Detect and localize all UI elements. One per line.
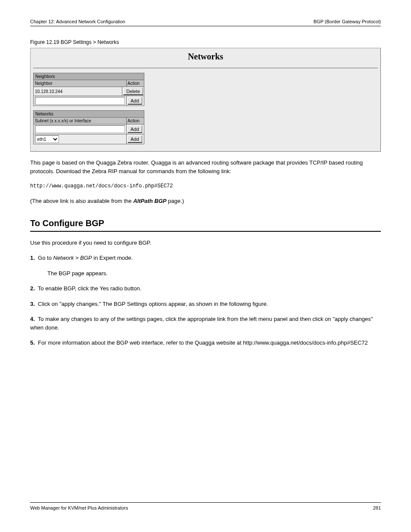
interface-add-button[interactable]: Add [128, 135, 142, 143]
subnote-bold: AltPath BGP [133, 198, 166, 204]
neighbors-col-right: Action [127, 80, 144, 87]
step-1: 1. Go to Network > BGP in Expert mode. [30, 254, 381, 262]
neighbor-input[interactable] [35, 97, 125, 105]
paragraph-subnote: (The above link is also available from t… [30, 197, 381, 205]
neighbor-value: 10.128.10.244 [34, 87, 122, 96]
step-4: 4. To make any changes to any of the set… [30, 315, 381, 332]
step-5-num: 5. [30, 339, 35, 346]
step-4-num: 4. [30, 316, 35, 322]
footer-left: Web Manager for KVM/net Plus Administrat… [30, 505, 128, 510]
section-label: BGP (Border Gateway Protocol) [314, 19, 381, 24]
step-4-text: To make any changes to any of the settin… [30, 316, 373, 331]
networks-panel: Networks Subnet (x.x.x.x/x) or Interface… [33, 110, 144, 144]
neighbors-panel: Neighbors Neighbor Action 10.128.10.244 … [33, 73, 144, 106]
networks-col-left: Subnet (x.x.x.x/x) or Interface [34, 118, 127, 124]
step-3-num: 3. [30, 301, 35, 307]
footer-page: 281 [373, 505, 381, 510]
step-1-c: in Expert mode. [92, 255, 133, 261]
neighbors-col-left: Neighbor [34, 80, 127, 87]
step-2-num: 2. [30, 285, 35, 292]
step-1-cont: The BGP page appears. [47, 269, 381, 278]
screenshot-divider [33, 68, 378, 68]
networks-col-right: Action [127, 118, 144, 124]
step-2: 2. To enable BGP, click the Yes radio bu… [30, 284, 381, 293]
figure-label: Figure 12.19 BGP Settings > Networks [30, 39, 381, 45]
screenshot-title: Networks [188, 52, 223, 61]
chapter-label: Chapter 12: Advanced Network Configurati… [30, 19, 125, 24]
subnote-prefix: (The above link is also available from t… [30, 198, 133, 204]
step-3: 3. Click on "apply changes." The BGP Set… [30, 300, 381, 308]
step-1-a: Go to [38, 255, 53, 261]
step-5: 5. For more information about the BGP we… [30, 339, 381, 347]
section-intro: Use this procedure if you need to config… [30, 239, 381, 247]
step-2-text: To enable BGP, click the Yes radio butto… [38, 285, 141, 292]
section-rule [30, 231, 381, 232]
screenshot-panel: Networks Neighbors Neighbor Action 10.12… [30, 48, 381, 152]
networks-caption: Networks [34, 111, 144, 118]
step-5-text: For more information about the BGP web i… [38, 339, 368, 346]
step-1-num: 1. [30, 255, 35, 261]
header-rule [30, 26, 381, 26]
section-heading: To Configure BGP [30, 218, 381, 228]
delete-button[interactable]: Delete [123, 87, 143, 95]
docs-link[interactable]: http://www.quagga.net/docs/docs-info.php… [30, 182, 381, 190]
subnet-input[interactable] [35, 125, 125, 133]
neighbors-caption: Neighbors [34, 73, 144, 80]
paragraph-1: This page is based on the Quagga Zebra r… [30, 159, 381, 175]
step-1-b: Network > BGP [53, 255, 92, 261]
subnet-add-button[interactable]: Add [128, 125, 142, 133]
interface-select[interactable]: eth1 [35, 135, 59, 143]
subnote-suffix: page.) [166, 198, 184, 204]
neighbor-add-button[interactable]: Add [128, 97, 142, 105]
step-3-text: Click on "apply changes." The BGP Settin… [38, 301, 268, 307]
